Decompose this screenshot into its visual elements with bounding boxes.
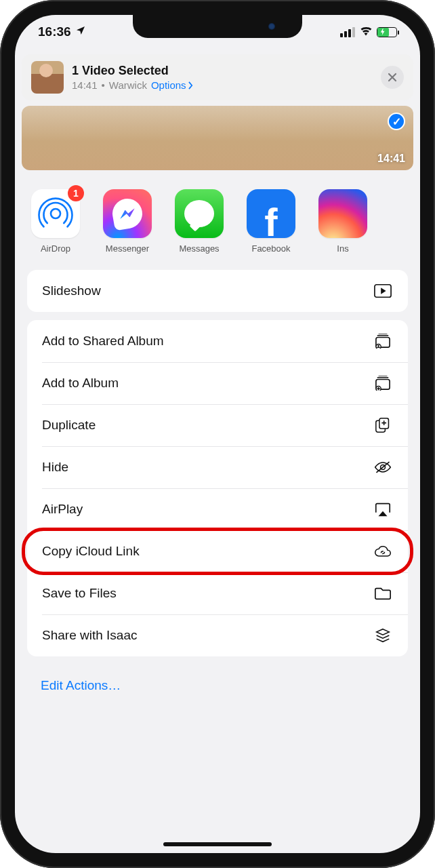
share-app-facebook[interactable]: f Facebook bbox=[245, 189, 297, 254]
airdrop-badge: 1 bbox=[68, 185, 84, 201]
messages-icon bbox=[175, 189, 224, 238]
share-sheet-subtitle: 14:41 • Warwick Options bbox=[72, 79, 373, 91]
front-camera bbox=[268, 23, 275, 30]
action-hide[interactable]: Hide bbox=[27, 446, 408, 488]
action-add-album[interactable]: Add to Album bbox=[27, 362, 408, 404]
action-add-shared-album[interactable]: Add to Shared Album bbox=[27, 320, 408, 362]
action-slideshow[interactable]: Slideshow bbox=[27, 270, 408, 312]
share-apps-row[interactable]: 1 AirDrop Messenger Messages f Facebook … bbox=[15, 170, 420, 270]
folder-icon bbox=[373, 585, 393, 601]
add-album-icon bbox=[373, 375, 393, 391]
selected-item-thumbnail bbox=[31, 61, 64, 94]
cellular-signal-icon bbox=[340, 27, 355, 37]
share-sheet-title: 1 Video Selected bbox=[72, 64, 373, 78]
app-label: Messenger bbox=[106, 243, 149, 254]
duplicate-icon bbox=[373, 417, 393, 433]
share-app-messenger[interactable]: Messenger bbox=[102, 189, 153, 254]
action-airplay[interactable]: AirPlay bbox=[27, 488, 408, 530]
close-icon bbox=[388, 73, 397, 82]
svg-point-0 bbox=[51, 209, 60, 218]
location-icon bbox=[75, 25, 86, 39]
phone-frame: 16:36 1 Video Selecte bbox=[0, 0, 435, 868]
share-sheet-header: 1 Video Selected 14:41 • Warwick Options bbox=[22, 54, 413, 100]
messenger-icon bbox=[103, 189, 152, 238]
media-preview[interactable]: ✓ 14:41 bbox=[22, 106, 413, 170]
subtitle-time: 14:41 bbox=[72, 79, 98, 91]
notch bbox=[133, 15, 302, 38]
screen: 16:36 1 Video Selecte bbox=[15, 15, 420, 853]
home-indicator[interactable] bbox=[163, 842, 272, 846]
airdrop-icon bbox=[37, 195, 75, 233]
cloud-link-icon bbox=[373, 543, 393, 559]
actions-group-main: Add to Shared Album Add to Album Duplica… bbox=[27, 320, 408, 656]
action-share-with-isaac[interactable]: Share with Isaac bbox=[27, 614, 408, 656]
play-rect-icon bbox=[373, 283, 393, 299]
share-app-instagram[interactable]: Ins bbox=[317, 189, 369, 254]
action-duplicate[interactable]: Duplicate bbox=[27, 404, 408, 446]
instagram-icon bbox=[318, 189, 367, 238]
svg-point-4 bbox=[377, 345, 379, 347]
stack-icon bbox=[373, 627, 393, 644]
selection-checkmark-icon: ✓ bbox=[388, 113, 405, 130]
action-save-to-files[interactable]: Save to Files bbox=[27, 572, 408, 614]
edit-actions-button[interactable]: Edit Actions… bbox=[27, 666, 408, 705]
chevron-right-icon bbox=[188, 81, 194, 90]
facebook-icon: f bbox=[247, 189, 295, 238]
action-copy-icloud-link[interactable]: Copy iCloud Link bbox=[27, 530, 408, 572]
close-button[interactable] bbox=[381, 66, 404, 89]
battery-icon bbox=[377, 27, 397, 37]
wifi-icon bbox=[359, 25, 373, 39]
app-label: Ins bbox=[337, 243, 348, 254]
app-label: Messages bbox=[179, 243, 219, 254]
status-time: 16:36 bbox=[38, 24, 71, 39]
eye-slash-icon bbox=[373, 459, 393, 475]
airplay-icon bbox=[373, 501, 393, 517]
shared-album-icon bbox=[373, 333, 393, 349]
actions-group-slideshow: Slideshow bbox=[27, 270, 408, 312]
share-app-airdrop[interactable]: 1 AirDrop bbox=[30, 189, 81, 254]
options-button[interactable]: Options bbox=[151, 79, 194, 91]
share-app-messages[interactable]: Messages bbox=[173, 189, 225, 254]
app-label: AirDrop bbox=[41, 243, 70, 254]
subtitle-location: Warwick bbox=[109, 79, 147, 91]
preview-duration: 14:41 bbox=[377, 153, 405, 165]
app-label: Facebook bbox=[251, 243, 290, 254]
